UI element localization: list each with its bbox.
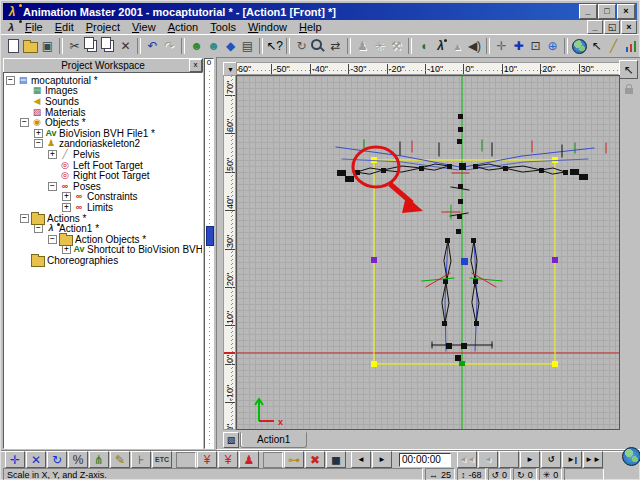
copy-button[interactable] [83, 37, 100, 55]
tree-item-actions[interactable]: − Actions * [4, 213, 202, 224]
properties-button[interactable]: ◆ [222, 37, 239, 55]
toolbar-button[interactable] [347, 38, 351, 54]
settings-button[interactable]: ✳ [371, 37, 388, 55]
bag-button[interactable]: ◖ [415, 37, 432, 55]
tree-item-skeleton[interactable]: − ♟ zandoriaskeleton2 [4, 139, 202, 150]
tree-toggle[interactable]: + [62, 245, 71, 254]
toolbar-button[interactable] [137, 38, 141, 54]
frame-time-input[interactable] [399, 453, 451, 467]
tree-toggle[interactable]: + [34, 129, 43, 138]
menu-item[interactable]: Project [80, 21, 126, 34]
cut-button[interactable]: ✂ [66, 37, 83, 55]
delete-button[interactable]: ✕ [117, 37, 134, 55]
zoom-tool-button[interactable] [310, 37, 327, 55]
tree-toggle[interactable]: − [34, 139, 43, 148]
menu-item[interactable]: Action [162, 21, 205, 34]
tree-toggle[interactable]: + [48, 150, 57, 159]
transport-button[interactable] [176, 452, 196, 468]
rotate-manipulator-button[interactable]: ↻ [47, 451, 67, 468]
menu-item[interactable]: File [19, 21, 49, 34]
toolbar-button[interactable] [286, 38, 290, 54]
child-close-button[interactable]: × [621, 20, 637, 34]
figure-button[interactable]: ♟ [354, 37, 371, 55]
scroll-left-button[interactable]: ◄ [351, 451, 371, 468]
tree-toggle[interactable]: − [20, 118, 29, 127]
new-button[interactable] [5, 37, 22, 55]
spacer[interactable] [499, 451, 519, 468]
tree-item-left-foot-target[interactable]: ◎ Left Foot Target [4, 160, 202, 171]
key-bone-alt-button[interactable]: ¥ [218, 451, 238, 468]
maximize-button[interactable]: □ [598, 4, 616, 19]
timeline-button[interactable]: ▤ [239, 37, 256, 55]
save-button[interactable]: ▣ [39, 37, 56, 55]
transport-button[interactable] [263, 452, 283, 468]
menu-item[interactable]: Window [242, 21, 293, 34]
arrow-tool-button[interactable]: ↖ [619, 60, 638, 79]
tree-item-project[interactable]: − ▤ mocaptutorial * [4, 75, 202, 86]
tree-item-constraints[interactable]: + ∞ Constraints [4, 192, 202, 203]
undo-button[interactable]: ↶ [144, 37, 161, 55]
bone-button[interactable]: ╱ [605, 37, 622, 55]
toolbar-button[interactable] [259, 38, 263, 54]
bones-mode-button[interactable]: ⋔ [89, 451, 109, 468]
key-skeletal-button[interactable]: ⊶ [284, 451, 304, 468]
fit-view-button[interactable]: ⊡ [527, 37, 544, 55]
child-restore-button[interactable]: ◱ [604, 20, 620, 34]
muscle-button[interactable]: ▴ [449, 37, 466, 55]
toolbar-button[interactable] [59, 38, 63, 54]
tree-item-right-foot-target[interactable]: ◎ Right Foot Target [4, 170, 202, 181]
paste-button[interactable] [100, 37, 117, 55]
screen-button[interactable]: ◼ [326, 451, 346, 468]
library-button[interactable]: ☻ [205, 37, 222, 55]
sound-button[interactable]: ◀) [466, 37, 483, 55]
next-frame-button[interactable]: ►| [562, 451, 582, 468]
timeline-range-bar[interactable] [206, 226, 214, 246]
tree-toggle[interactable]: − [20, 214, 29, 223]
tree-toggle[interactable]: − [48, 182, 57, 191]
project-workspace-button[interactable]: ☻ [188, 37, 205, 55]
loop-button[interactable]: ↺ [541, 451, 561, 468]
new-action-button[interactable] [432, 37, 449, 55]
menu-item[interactable]: Tools [204, 21, 242, 34]
scale-manipulator-button[interactable]: ✕ [26, 451, 46, 468]
key-translate-button[interactable]: ⊦ [131, 451, 151, 468]
close-panel-button[interactable]: x [189, 59, 202, 72]
tree-item-images[interactable]: ▦ Images [4, 86, 202, 97]
select-button[interactable]: ↖ [588, 37, 605, 55]
key-bone-button[interactable]: ¥ [197, 451, 217, 468]
prev-frame-button[interactable]: ◄ [478, 451, 498, 468]
turn-tool-button[interactable]: ↻ [293, 37, 310, 55]
key-figure-button[interactable]: ♟ [239, 451, 259, 468]
web-globe-icon[interactable] [622, 447, 640, 466]
refresh-button[interactable]: ⇄ [327, 37, 344, 55]
go-start-button[interactable]: ◄◄ [457, 451, 477, 468]
context-help-button[interactable]: ↖? [266, 37, 283, 55]
tab-action1[interactable]: Action1 [240, 432, 307, 448]
tree-item-pelvis[interactable]: + ╱ Pelvis [4, 149, 202, 160]
tree-item-choreographies[interactable]: Choreographies [4, 255, 202, 266]
toolbar-button[interactable] [486, 38, 490, 54]
toolbar-button[interactable] [564, 38, 568, 54]
add-bone-button[interactable]: ✎ [110, 451, 130, 468]
play-button[interactable]: ► [520, 451, 540, 468]
wrench-button[interactable]: ⚒ [388, 37, 405, 55]
wire-globe-button[interactable]: ⊕ [544, 37, 561, 55]
toolbar-button[interactable] [408, 38, 412, 54]
workspace-timeline-strip[interactable]: 0 [204, 58, 214, 449]
tree-toggle[interactable]: + [62, 192, 71, 201]
ruler-toggle-button[interactable]: ▧ [223, 432, 239, 448]
redo-button[interactable]: ↷ [161, 37, 178, 55]
tree-toggle[interactable]: + [62, 203, 71, 212]
project-workspace-header[interactable]: Project Workspace x [3, 58, 203, 73]
lock-button[interactable] [620, 80, 637, 97]
tree-item-bvh-file[interactable]: + Av BioVision BVH File1 * [4, 128, 202, 139]
close-button[interactable]: × [617, 4, 635, 19]
menu-item[interactable]: View [126, 21, 162, 34]
earth-button[interactable] [571, 37, 588, 55]
tree-item-action-objects[interactable]: − Action Objects * [4, 234, 202, 245]
compass-button[interactable]: ✛ [493, 37, 510, 55]
tree-toggle[interactable]: − [48, 235, 57, 244]
viewport-canvas[interactable]: x [236, 75, 620, 430]
chart-button[interactable] [622, 37, 639, 55]
delete-key-button[interactable]: ✖ [305, 451, 325, 468]
